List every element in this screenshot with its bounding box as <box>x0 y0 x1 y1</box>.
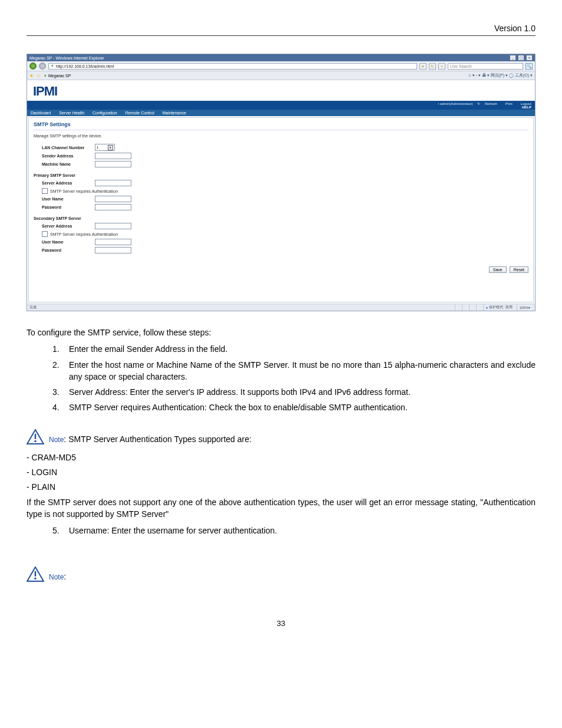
stop-icon[interactable]: × <box>438 63 445 70</box>
close-button[interactable]: × <box>526 55 533 61</box>
lan-channel-label: LAN Channel Number <box>42 146 95 150</box>
tools-menu[interactable]: 网页(P) ▾ ◯ 工具(O) ▾ <box>491 73 533 77</box>
favorites-icon[interactable]: ★ <box>29 73 34 78</box>
ipmi-user-bar: • admin(Administrator) ↻ Refresh Print L… <box>27 101 535 110</box>
current-user: • admin(Administrator) <box>438 102 472 106</box>
primary-server-label: Server Address <box>42 181 95 185</box>
nav-maintenance[interactable]: Maintenance <box>163 111 186 115</box>
secondary-auth-checkbox[interactable] <box>42 231 48 237</box>
sender-label: Sender Address <box>42 154 95 158</box>
auth-warning: If the SMTP server does not support any … <box>27 496 535 521</box>
forward-button[interactable] <box>39 62 46 70</box>
ipmi-content-panel: SMTP Settings Manage SMTP settings of th… <box>28 117 534 302</box>
secondary-password-label: Password <box>42 248 95 252</box>
primary-smtp-header: Primary SMTP Server <box>34 173 528 177</box>
status-left: 完成 <box>29 305 37 310</box>
button-row: Save Reset <box>34 268 528 272</box>
step-2: Enter the host name or Machine Name of t… <box>69 359 535 383</box>
secondary-password-input[interactable] <box>95 247 131 253</box>
primary-server-input[interactable] <box>95 180 131 186</box>
step-num: 1. <box>52 343 69 355</box>
step-num: 4. <box>52 401 69 413</box>
primary-auth-label: SMTP Server requires Authentication <box>50 189 118 193</box>
note-block-2: Note: <box>27 566 535 583</box>
section-title: SMTP Settings <box>34 121 528 130</box>
zoom-level[interactable]: 100% ▾ <box>517 304 533 311</box>
refresh-icon[interactable]: ↻ <box>429 63 436 70</box>
warning-icon <box>27 429 45 446</box>
url-text: http://192.168.0.136/admin.html <box>56 64 114 68</box>
minimize-button[interactable]: _ <box>510 55 516 61</box>
print-icon[interactable]: 🖶 ▾ <box>482 73 490 77</box>
auth-types-list: - CRAM-MD5 - LOGIN - PLAIN <box>27 452 535 493</box>
feed-icon[interactable]: ▫ ▾ <box>475 73 480 77</box>
version-header: Version 1.0 <box>27 24 535 36</box>
section-subtitle: Manage SMTP settings of the device. <box>34 134 528 138</box>
primary-password-label: Password <box>42 205 95 209</box>
auth-login: - LOGIN <box>27 466 535 478</box>
globe-icon: ● <box>486 306 488 309</box>
page-icon: ✶ <box>51 64 54 68</box>
dropdown-icon[interactable]: ▾ <box>419 63 427 70</box>
window-controls: _ ▢ × <box>509 55 533 61</box>
ipmi-logo: IPMI <box>33 84 57 98</box>
add-fav-icon[interactable]: ✩ <box>37 73 41 78</box>
back-button[interactable] <box>29 62 37 70</box>
secondary-server-input[interactable] <box>95 223 131 229</box>
secondary-smtp-header: Secondary SMTP Server <box>34 216 528 220</box>
secondary-username-input[interactable] <box>95 239 131 245</box>
intro-text: To configure the SMTP service, follow th… <box>27 327 535 338</box>
secondary-username-label: User Name <box>42 240 95 244</box>
note-colon: : <box>64 572 66 581</box>
lan-channel-select[interactable]: 1 ▾ <box>95 144 115 151</box>
sender-input[interactable] <box>95 153 131 159</box>
save-button[interactable]: Save <box>489 266 507 273</box>
nav-remote-control[interactable]: Remote Control <box>125 111 154 115</box>
ie-tools[interactable]: ⌂ ▾ ▫ ▾ 🖶 ▾ 网页(P) ▾ ◯ 工具(O) ▾ <box>468 73 533 78</box>
auth-cram: - CRAM-MD5 <box>27 452 535 463</box>
home-icon[interactable]: ⌂ ▾ <box>468 73 474 77</box>
svg-rect-6 <box>35 578 37 579</box>
ie-status-bar: 完成 ● 保护模式: 禁用 100% ▾ <box>27 304 535 311</box>
nav-configuration[interactable]: Configuration <box>92 111 117 115</box>
ipmi-nav: Dashboard Server Health Configuration Re… <box>27 110 535 116</box>
auth-plain: - PLAIN <box>27 481 535 493</box>
steps-list-2: 5.Username: Enter the username for serve… <box>27 525 535 536</box>
step-5: Username: Enter the username for server … <box>69 525 535 536</box>
step-1: Enter the email Sender Address in the fi… <box>69 343 535 355</box>
step-num: 3. <box>52 386 69 398</box>
select-arrow-icon: ▾ <box>108 145 113 150</box>
window-title: Megarac SP - Windows Internet Explorer <box>29 56 104 60</box>
nav-server-health[interactable]: Server Health <box>59 111 84 115</box>
search-go-button[interactable]: 🔍 <box>525 63 533 70</box>
warning-icon <box>27 566 45 583</box>
document-body: To configure the SMTP service, follow th… <box>27 327 535 629</box>
machine-input[interactable] <box>95 161 131 167</box>
primary-password-input[interactable] <box>95 204 131 210</box>
reset-button[interactable]: Reset <box>510 266 528 273</box>
step-3: Server Address: Enter the server's IP ad… <box>69 386 535 398</box>
note-label: Note <box>49 573 64 581</box>
primary-username-label: User Name <box>42 197 95 201</box>
address-bar-row: ✶ http://192.168.0.136/admin.html ▾ ↻ × … <box>27 61 535 71</box>
ie-titlebar: Megarac SP - Windows Internet Explorer _… <box>27 54 535 61</box>
address-input[interactable]: ✶ http://192.168.0.136/admin.html <box>48 63 417 70</box>
svg-rect-2 <box>35 440 37 442</box>
step-4: SMTP Server requires Authentication: Che… <box>69 401 535 413</box>
primary-username-input[interactable] <box>95 196 131 202</box>
step-num: 2. <box>52 359 69 383</box>
ie-tab-bar: ★ ✩ ✶Megarac SP ⌂ ▾ ▫ ▾ 🖶 ▾ 网页(P) ▾ ◯ 工具… <box>27 71 535 80</box>
step-num: 5. <box>52 525 69 536</box>
steps-list: 1.Enter the email Sender Address in the … <box>27 343 535 413</box>
primary-auth-checkbox[interactable] <box>42 188 48 194</box>
search-input[interactable]: Live Search <box>448 63 523 70</box>
ipmi-header: IPMI <box>27 80 535 101</box>
nav-dashboard[interactable]: Dashboard <box>31 111 51 115</box>
print-link[interactable]: Print <box>502 102 513 106</box>
refresh-link[interactable]: ↻ Refresh <box>477 102 497 106</box>
internet-zone: ● 保护模式: 禁用 <box>483 304 515 311</box>
machine-label: Machine Name <box>42 162 95 166</box>
help-link[interactable]: HELP <box>31 106 531 109</box>
tab-title[interactable]: ✶Megarac SP <box>44 74 71 78</box>
maximize-button[interactable]: ▢ <box>518 55 524 61</box>
